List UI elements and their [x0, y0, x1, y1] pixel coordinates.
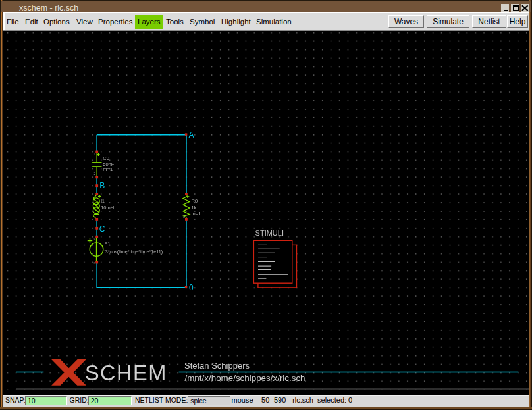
svg-text:10mH: 10mH [101, 205, 114, 211]
svg-text:Stefan Schippers: Stefan Schippers [184, 361, 250, 371]
svg-text:B: B [99, 181, 105, 190]
svg-text:/mnt/x/home/schippes/x/rlc.sch: /mnt/x/home/schippes/x/rlc.sch [185, 373, 306, 383]
svg-text:A: A [189, 130, 194, 140]
svg-text:1k: 1k [192, 205, 197, 211]
svg-text:STIMULI: STIMULI [255, 229, 284, 237]
svg-text:2: 2 [94, 172, 96, 176]
svg-text:SCHEM: SCHEM [85, 361, 167, 385]
svg-text:m=1: m=1 [103, 167, 113, 172]
svg-text:1: 1 [183, 194, 185, 198]
svg-text:0: 0 [189, 283, 194, 292]
svg-text:n: n [94, 261, 96, 265]
svg-text:l1: l1 [101, 198, 105, 204]
svg-text:m=1: m=1 [192, 211, 201, 217]
svg-text:R0: R0 [192, 198, 198, 204]
svg-text:1: 1 [94, 152, 96, 156]
svg-text:'3*cos(time*time*time*1e11)': '3*cos(time*time*time*1e11)' [104, 249, 164, 255]
svg-text:E1: E1 [104, 241, 110, 247]
svg-text:u: u [94, 236, 96, 240]
svg-text:C: C [99, 224, 105, 234]
svg-text:2: 2 [183, 215, 185, 218]
